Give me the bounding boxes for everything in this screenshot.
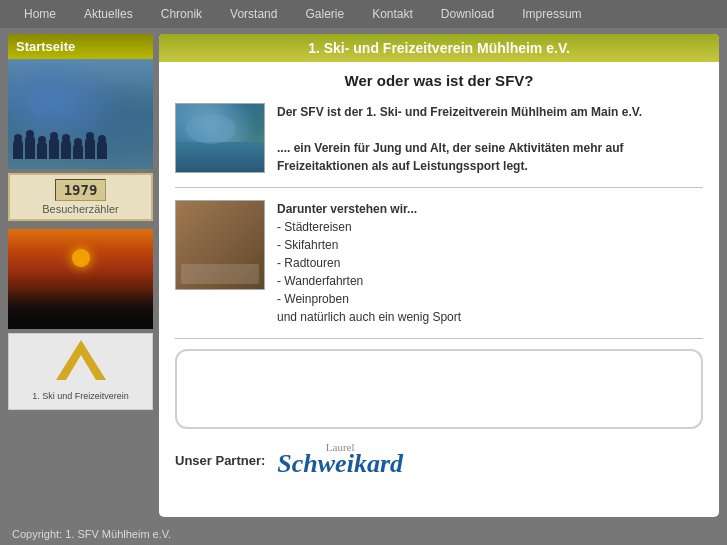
partner-box [175,349,703,429]
nav-item-impressum[interactable]: Impressum [508,7,595,21]
nav-item-vorstand[interactable]: Vorstand [216,7,291,21]
page-title: Wer oder was ist der SFV? [175,72,703,89]
info-text-1: Der SFV ist der 1. Ski- und Freizeitvere… [277,103,703,175]
info-block-2: Darunter verstehen wir...- Städtereisen-… [175,200,703,339]
footer-text: Copyright: 1. SFV Mühlheim e.V. [12,528,171,540]
partner-row: Unser Partner: Laurel Schweikard [175,441,703,479]
nav-item-chronik[interactable]: Chronik [147,7,216,21]
content-area: 1. Ski- und Freizeitverein Mühlheim e.V.… [159,34,719,517]
info-block-1: Der SFV ist der 1. Ski- und Freizeitvere… [175,103,703,188]
sidebar-title: Startseite [8,34,153,59]
content-header: 1. Ski- und Freizeitverein Mühlheim e.V. [159,34,719,62]
sidebar-photo-2 [8,229,153,329]
partner-logo: Laurel Schweikard [277,441,403,479]
main-wrapper: Startseite 1979 Besucherzähler [0,28,727,523]
visitor-counter-box: 1979 Besucherzähler [8,173,153,221]
nav-item-home[interactable]: Home [10,7,70,21]
footer: Copyright: 1. SFV Mühlheim e.V. [0,523,727,545]
nav-item-aktuelles[interactable]: Aktuelles [70,7,147,21]
nav-item-download[interactable]: Download [427,7,508,21]
sidebar-logo-box: 1. Ski und Freizeitverein [8,333,153,410]
logo-label: 1. Ski und Freizeitverein [15,391,146,403]
logo-triangle [56,340,106,380]
counter-value: 1979 [55,179,107,201]
info-photo-1 [175,103,265,173]
nav-item-galerie[interactable]: Galerie [291,7,358,21]
partner-label: Unser Partner: [175,453,265,468]
content-body: Wer oder was ist der SFV? Der SFV ist de… [159,62,719,517]
info-text-2: Darunter verstehen wir...- Städtereisen-… [277,200,461,326]
sidebar-photo-1 [8,59,153,169]
counter-label: Besucherzähler [14,203,147,215]
sidebar: Startseite 1979 Besucherzähler [8,34,153,517]
nav-item-kontakt[interactable]: Kontakt [358,7,427,21]
info-photo-2 [175,200,265,290]
partner-name: Schweikard [277,449,403,478]
navigation-bar: HomeAktuellesChronikVorstandGalerieKonta… [0,0,727,28]
